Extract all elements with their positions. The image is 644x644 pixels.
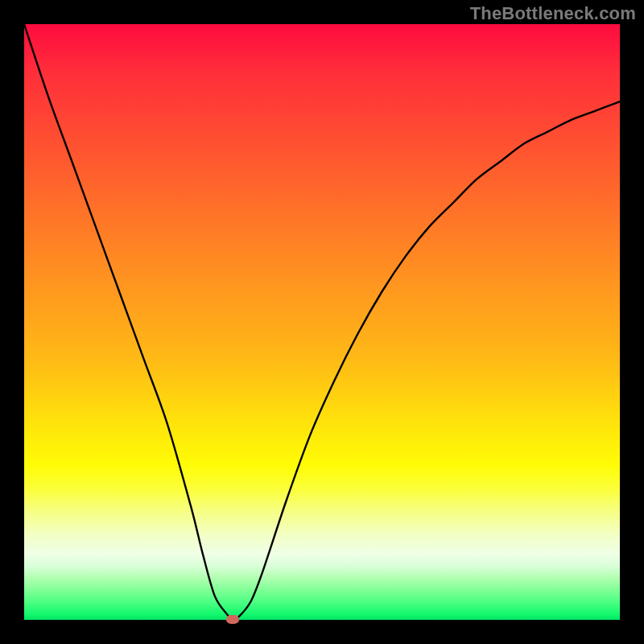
min-point-marker — [226, 615, 239, 624]
watermark-text: TheBottleneck.com — [470, 3, 636, 24]
bottleneck-curve — [24, 24, 620, 620]
curve-svg — [24, 24, 620, 620]
plot-area — [24, 24, 620, 620]
chart-frame: TheBottleneck.com — [0, 0, 644, 644]
